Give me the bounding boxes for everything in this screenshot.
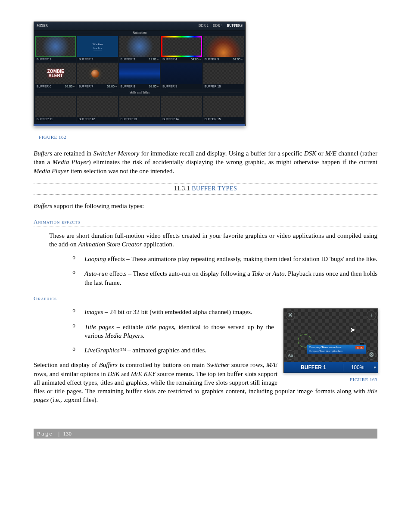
chevron-down-icon[interactable]: ▾: [372, 365, 378, 370]
buffer-label: BUFFER 5: [205, 57, 219, 61]
page-number: 130: [63, 430, 72, 437]
buffer-thumbnail[interactable]: [119, 96, 160, 117]
buffer-thumbnail[interactable]: [161, 63, 202, 84]
buffer-label: BUFFER 13: [121, 117, 137, 121]
buffer-label-bar: BUFFER 504:00▾: [203, 57, 244, 62]
buffer-label-bar: BUFFER 808:00▾: [119, 84, 160, 89]
para-media-types: Buffers support the following media type…: [34, 202, 377, 210]
buffer-cell[interactable]: BUFFER 9: [161, 63, 202, 89]
heading-graphics: Graphics: [34, 295, 377, 304]
buffer-cell[interactable]: BUFFER 1: [35, 36, 76, 62]
list-item: LiveGraphics™ – animated graphics and ti…: [72, 346, 274, 355]
buffer-label: BUFFER 6: [37, 84, 51, 88]
buffer-cell[interactable]: BUFFER 10: [203, 63, 244, 89]
buffer-status-bar: BUFFER 1 100% ▾: [284, 362, 378, 373]
zoom-percent[interactable]: 100%: [343, 364, 372, 371]
buffer-label: BUFFER 15: [205, 117, 221, 121]
buffer-thumbnail[interactable]: [119, 63, 160, 84]
buffer-time: 04:00▾: [233, 57, 243, 61]
footer-separator: |: [59, 430, 60, 437]
tab-ddr2[interactable]: DDR 2: [199, 24, 209, 28]
heading-animation-effects: Animation effects: [34, 218, 377, 227]
buffer-cell[interactable]: BUFFER 12: [77, 96, 118, 121]
list-item: Images – 24 bit or 32 bit (with embedded…: [72, 308, 274, 316]
buffer-name: BUFFER 1: [284, 364, 343, 371]
title-line-2: Company/Team description here: [309, 349, 364, 353]
buffer-cell[interactable]: BUFFER 404:00▾: [161, 36, 202, 62]
buffer-thumbnail[interactable]: [203, 63, 244, 84]
buffer-cell[interactable]: BUFFER 808:00▾: [119, 63, 160, 89]
title-preview: Company/Team name hereLIVE Company/Team …: [307, 345, 366, 354]
page-footer: Page | 130: [34, 429, 377, 439]
buffer-time: 08:00▾: [149, 84, 159, 88]
buffer-label: BUFFER 2: [78, 57, 93, 61]
buffer-thumbnail[interactable]: [77, 96, 118, 117]
buffer-thumbnail[interactable]: Title LineLine Two: [77, 36, 118, 57]
buffer-thumbnail[interactable]: [35, 96, 76, 117]
buffer-label: BUFFER 9: [162, 84, 177, 88]
buffer-label-bar: BUFFER 12: [77, 117, 118, 121]
buffer-thumbnail[interactable]: [119, 36, 160, 57]
buffer-cell[interactable]: BUFFER 312:01▾: [119, 36, 160, 62]
buffer-label-bar: BUFFER 15: [203, 117, 244, 121]
figure-163-panel: ✕ + Aa ⚙ ➤ Company/Team name hereLIVE Co…: [283, 308, 378, 373]
chevron-down-icon[interactable]: ▾: [157, 58, 159, 61]
title-line: Title Line: [93, 43, 103, 46]
buffer-label-bar: BUFFER 2: [77, 57, 118, 62]
list-item: Auto-run effects – These effects auto-ru…: [72, 269, 377, 287]
close-icon[interactable]: ✕: [286, 311, 295, 320]
section-animation-label: Animation: [34, 30, 245, 35]
buffer-label: BUFFER 10: [205, 84, 221, 88]
para-buffers-intro: Buffers are retained in Switcher Memory …: [34, 149, 377, 175]
buffer-cell[interactable]: BUFFER 11: [35, 96, 76, 121]
buffer-label-bar: BUFFER 404:00▾: [161, 57, 202, 62]
chevron-down-icon[interactable]: ▾: [241, 58, 243, 61]
buffer-thumbnail[interactable]: [161, 36, 202, 57]
buffer-label: BUFFER 4: [162, 57, 177, 61]
tab-buffers[interactable]: BUFFERS: [227, 24, 243, 28]
chevron-down-icon[interactable]: ▾: [73, 85, 75, 88]
chevron-down-icon[interactable]: ▾: [199, 58, 201, 61]
buffer-cell[interactable]: Title LineLine TwoBUFFER 2: [77, 36, 118, 62]
buffer-cell[interactable]: BUFFER 14: [161, 96, 202, 121]
buffer-thumbnail[interactable]: [35, 63, 76, 84]
buffer-time: 02:00▾: [107, 84, 117, 88]
buffer-thumbnail[interactable]: [77, 63, 118, 84]
buffer-label-bar: BUFFER 9: [161, 84, 202, 89]
buffer-label: BUFFER 3: [121, 57, 135, 61]
tab-ddr4[interactable]: DDR 4: [213, 24, 223, 28]
figure-162-caption: FIGURE 162: [39, 134, 377, 140]
plus-icon[interactable]: +: [367, 311, 376, 320]
text-style-icon[interactable]: Aa: [286, 350, 295, 360]
buffer-thumbnail[interactable]: [35, 36, 76, 57]
buffer-thumbnail[interactable]: [203, 36, 244, 57]
chevron-down-icon[interactable]: ▾: [115, 85, 117, 88]
buffer-time: 04:00▾: [191, 57, 201, 61]
title-line-1: Company/Team name here: [309, 345, 341, 349]
buffer-label: BUFFER 12: [78, 117, 95, 121]
buffer-label-bar: BUFFER 10: [203, 84, 244, 89]
mixer-label: MIXER: [37, 24, 48, 28]
buffer-label: BUFFER 1: [37, 57, 51, 61]
chevron-down-icon[interactable]: ▾: [157, 85, 159, 88]
buffer-cell[interactable]: BUFFER 13: [119, 96, 160, 121]
buffer-cell[interactable]: BUFFER 602:00▾: [35, 63, 76, 89]
buffer-label-bar: BUFFER 602:00▾: [35, 84, 76, 89]
buffer-thumbnail[interactable]: [203, 96, 244, 117]
figure-162: MIXER DDR 2 DDR 4 BUFFERS Animation BUFF…: [34, 22, 377, 140]
buffer-thumbnail[interactable]: [161, 96, 202, 117]
figure-162-panel: MIXER DDR 2 DDR 4 BUFFERS Animation BUFF…: [34, 22, 246, 126]
buffer-time: 12:01▾: [149, 57, 159, 61]
section-buffer-types: 11.3.1 BUFFER TYPES: [34, 183, 377, 195]
buffer-label-bar: BUFFER 11: [35, 117, 76, 121]
buffer-cell[interactable]: BUFFER 504:00▾: [203, 36, 244, 62]
buffer-label: BUFFER 11: [37, 117, 53, 121]
buffer-label-bar: BUFFER 312:01▾: [119, 57, 160, 62]
gear-icon[interactable]: ⚙: [367, 350, 376, 360]
header-tabs: DDR 2 DDR 4 BUFFERS: [199, 24, 243, 28]
buffer-label-bar: BUFFER 14: [161, 117, 202, 121]
buffer-cell[interactable]: BUFFER 15: [203, 96, 244, 121]
figure-163-caption: FIGURE 163: [283, 376, 377, 383]
buffer-cell[interactable]: BUFFER 702:00▾: [77, 63, 118, 89]
buffer-label: BUFFER 8: [121, 84, 135, 88]
